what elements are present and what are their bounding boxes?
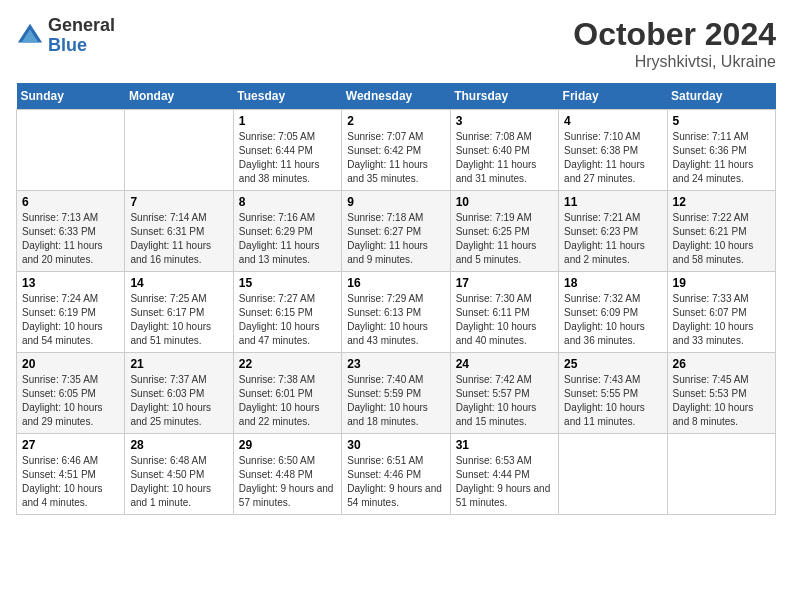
weekday-header-cell: Sunday — [17, 83, 125, 110]
day-number: 21 — [130, 357, 227, 371]
calendar-day-cell: 9Sunrise: 7:18 AM Sunset: 6:27 PM Daylig… — [342, 191, 450, 272]
day-number: 7 — [130, 195, 227, 209]
weekday-header-cell: Friday — [559, 83, 667, 110]
day-number: 28 — [130, 438, 227, 452]
calendar-day-cell: 18Sunrise: 7:32 AM Sunset: 6:09 PM Dayli… — [559, 272, 667, 353]
day-number: 3 — [456, 114, 553, 128]
calendar-day-cell: 25Sunrise: 7:43 AM Sunset: 5:55 PM Dayli… — [559, 353, 667, 434]
weekday-header-cell: Saturday — [667, 83, 775, 110]
day-number: 22 — [239, 357, 336, 371]
day-info: Sunrise: 7:18 AM Sunset: 6:27 PM Dayligh… — [347, 211, 444, 267]
day-info: Sunrise: 7:21 AM Sunset: 6:23 PM Dayligh… — [564, 211, 661, 267]
day-info: Sunrise: 7:45 AM Sunset: 5:53 PM Dayligh… — [673, 373, 770, 429]
day-info: Sunrise: 7:29 AM Sunset: 6:13 PM Dayligh… — [347, 292, 444, 348]
day-number: 18 — [564, 276, 661, 290]
day-number: 26 — [673, 357, 770, 371]
day-info: Sunrise: 6:51 AM Sunset: 4:46 PM Dayligh… — [347, 454, 444, 510]
day-info: Sunrise: 7:27 AM Sunset: 6:15 PM Dayligh… — [239, 292, 336, 348]
logo-blue-text: Blue — [48, 36, 115, 56]
day-info: Sunrise: 7:05 AM Sunset: 6:44 PM Dayligh… — [239, 130, 336, 186]
calendar-week-row: 27Sunrise: 6:46 AM Sunset: 4:51 PM Dayli… — [17, 434, 776, 515]
day-number: 8 — [239, 195, 336, 209]
weekday-header-cell: Wednesday — [342, 83, 450, 110]
day-number: 16 — [347, 276, 444, 290]
calendar-day-cell: 7Sunrise: 7:14 AM Sunset: 6:31 PM Daylig… — [125, 191, 233, 272]
calendar-week-row: 20Sunrise: 7:35 AM Sunset: 6:05 PM Dayli… — [17, 353, 776, 434]
day-info: Sunrise: 7:42 AM Sunset: 5:57 PM Dayligh… — [456, 373, 553, 429]
calendar-table: SundayMondayTuesdayWednesdayThursdayFrid… — [16, 83, 776, 515]
month-title: October 2024 — [573, 16, 776, 53]
day-info: Sunrise: 7:22 AM Sunset: 6:21 PM Dayligh… — [673, 211, 770, 267]
day-info: Sunrise: 6:53 AM Sunset: 4:44 PM Dayligh… — [456, 454, 553, 510]
day-info: Sunrise: 7:19 AM Sunset: 6:25 PM Dayligh… — [456, 211, 553, 267]
calendar-day-cell: 16Sunrise: 7:29 AM Sunset: 6:13 PM Dayli… — [342, 272, 450, 353]
day-number: 27 — [22, 438, 119, 452]
title-block: October 2024 Hryshkivtsi, Ukraine — [573, 16, 776, 71]
day-info: Sunrise: 7:30 AM Sunset: 6:11 PM Dayligh… — [456, 292, 553, 348]
day-number: 31 — [456, 438, 553, 452]
day-info: Sunrise: 7:25 AM Sunset: 6:17 PM Dayligh… — [130, 292, 227, 348]
day-info: Sunrise: 7:38 AM Sunset: 6:01 PM Dayligh… — [239, 373, 336, 429]
calendar-day-cell: 28Sunrise: 6:48 AM Sunset: 4:50 PM Dayli… — [125, 434, 233, 515]
day-number: 1 — [239, 114, 336, 128]
day-number: 30 — [347, 438, 444, 452]
calendar-day-cell: 1Sunrise: 7:05 AM Sunset: 6:44 PM Daylig… — [233, 110, 341, 191]
weekday-header-cell: Tuesday — [233, 83, 341, 110]
calendar-day-cell: 13Sunrise: 7:24 AM Sunset: 6:19 PM Dayli… — [17, 272, 125, 353]
calendar-day-cell: 19Sunrise: 7:33 AM Sunset: 6:07 PM Dayli… — [667, 272, 775, 353]
day-info: Sunrise: 6:48 AM Sunset: 4:50 PM Dayligh… — [130, 454, 227, 510]
calendar-day-cell: 4Sunrise: 7:10 AM Sunset: 6:38 PM Daylig… — [559, 110, 667, 191]
day-number: 24 — [456, 357, 553, 371]
day-number: 19 — [673, 276, 770, 290]
day-number: 4 — [564, 114, 661, 128]
calendar-day-cell: 29Sunrise: 6:50 AM Sunset: 4:48 PM Dayli… — [233, 434, 341, 515]
calendar-day-cell: 20Sunrise: 7:35 AM Sunset: 6:05 PM Dayli… — [17, 353, 125, 434]
calendar-week-row: 13Sunrise: 7:24 AM Sunset: 6:19 PM Dayli… — [17, 272, 776, 353]
day-number: 11 — [564, 195, 661, 209]
calendar-day-cell: 21Sunrise: 7:37 AM Sunset: 6:03 PM Dayli… — [125, 353, 233, 434]
weekday-header-cell: Thursday — [450, 83, 558, 110]
calendar-body: 1Sunrise: 7:05 AM Sunset: 6:44 PM Daylig… — [17, 110, 776, 515]
calendar-day-cell: 30Sunrise: 6:51 AM Sunset: 4:46 PM Dayli… — [342, 434, 450, 515]
calendar-day-cell: 15Sunrise: 7:27 AM Sunset: 6:15 PM Dayli… — [233, 272, 341, 353]
calendar-day-cell: 27Sunrise: 6:46 AM Sunset: 4:51 PM Dayli… — [17, 434, 125, 515]
day-number: 13 — [22, 276, 119, 290]
calendar-day-cell: 14Sunrise: 7:25 AM Sunset: 6:17 PM Dayli… — [125, 272, 233, 353]
calendar-week-row: 1Sunrise: 7:05 AM Sunset: 6:44 PM Daylig… — [17, 110, 776, 191]
day-number: 29 — [239, 438, 336, 452]
day-info: Sunrise: 7:14 AM Sunset: 6:31 PM Dayligh… — [130, 211, 227, 267]
day-number: 20 — [22, 357, 119, 371]
calendar-day-cell: 24Sunrise: 7:42 AM Sunset: 5:57 PM Dayli… — [450, 353, 558, 434]
calendar-day-cell: 6Sunrise: 7:13 AM Sunset: 6:33 PM Daylig… — [17, 191, 125, 272]
weekday-header-row: SundayMondayTuesdayWednesdayThursdayFrid… — [17, 83, 776, 110]
calendar-day-cell: 5Sunrise: 7:11 AM Sunset: 6:36 PM Daylig… — [667, 110, 775, 191]
logo: General Blue — [16, 16, 115, 56]
day-number: 17 — [456, 276, 553, 290]
day-number: 2 — [347, 114, 444, 128]
logo-icon — [16, 22, 44, 50]
calendar-day-cell: 2Sunrise: 7:07 AM Sunset: 6:42 PM Daylig… — [342, 110, 450, 191]
day-number: 12 — [673, 195, 770, 209]
calendar-day-cell — [667, 434, 775, 515]
day-info: Sunrise: 7:33 AM Sunset: 6:07 PM Dayligh… — [673, 292, 770, 348]
day-number: 23 — [347, 357, 444, 371]
day-number: 14 — [130, 276, 227, 290]
day-info: Sunrise: 7:37 AM Sunset: 6:03 PM Dayligh… — [130, 373, 227, 429]
day-info: Sunrise: 7:32 AM Sunset: 6:09 PM Dayligh… — [564, 292, 661, 348]
calendar-day-cell: 22Sunrise: 7:38 AM Sunset: 6:01 PM Dayli… — [233, 353, 341, 434]
day-info: Sunrise: 7:11 AM Sunset: 6:36 PM Dayligh… — [673, 130, 770, 186]
calendar-day-cell: 10Sunrise: 7:19 AM Sunset: 6:25 PM Dayli… — [450, 191, 558, 272]
day-info: Sunrise: 7:16 AM Sunset: 6:29 PM Dayligh… — [239, 211, 336, 267]
day-info: Sunrise: 6:46 AM Sunset: 4:51 PM Dayligh… — [22, 454, 119, 510]
calendar-day-cell: 17Sunrise: 7:30 AM Sunset: 6:11 PM Dayli… — [450, 272, 558, 353]
day-number: 10 — [456, 195, 553, 209]
day-info: Sunrise: 7:35 AM Sunset: 6:05 PM Dayligh… — [22, 373, 119, 429]
day-info: Sunrise: 7:10 AM Sunset: 6:38 PM Dayligh… — [564, 130, 661, 186]
location-text: Hryshkivtsi, Ukraine — [573, 53, 776, 71]
day-info: Sunrise: 7:08 AM Sunset: 6:40 PM Dayligh… — [456, 130, 553, 186]
calendar-day-cell: 8Sunrise: 7:16 AM Sunset: 6:29 PM Daylig… — [233, 191, 341, 272]
calendar-day-cell: 12Sunrise: 7:22 AM Sunset: 6:21 PM Dayli… — [667, 191, 775, 272]
day-info: Sunrise: 7:40 AM Sunset: 5:59 PM Dayligh… — [347, 373, 444, 429]
day-number: 9 — [347, 195, 444, 209]
day-number: 5 — [673, 114, 770, 128]
